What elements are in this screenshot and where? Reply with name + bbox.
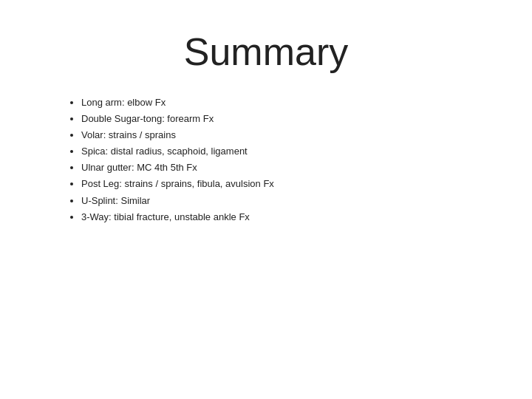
list-item: Ulnar gutter: MC 4th 5th Fx — [81, 160, 274, 176]
list-item: Volar: strains / sprains — [81, 127, 274, 143]
page-title: Summary — [44, 30, 488, 74]
list-item: Long arm: elbow Fx — [81, 95, 274, 111]
list-item: U-Splint: Similar — [81, 193, 274, 209]
list-item: Spica: distal radius, scaphoid, ligament — [81, 143, 274, 160]
list-item: Post Leg: strains / sprains, fibula, avu… — [81, 176, 274, 192]
list-item: Double Sugar-tong: forearm Fx — [81, 111, 274, 127]
page: Summary Long arm: elbow FxDouble Sugar-t… — [0, 0, 532, 399]
summary-list: Long arm: elbow FxDouble Sugar-tong: for… — [59, 95, 274, 225]
list-item: 3-Way: tibial fracture, unstable ankle F… — [81, 209, 274, 225]
